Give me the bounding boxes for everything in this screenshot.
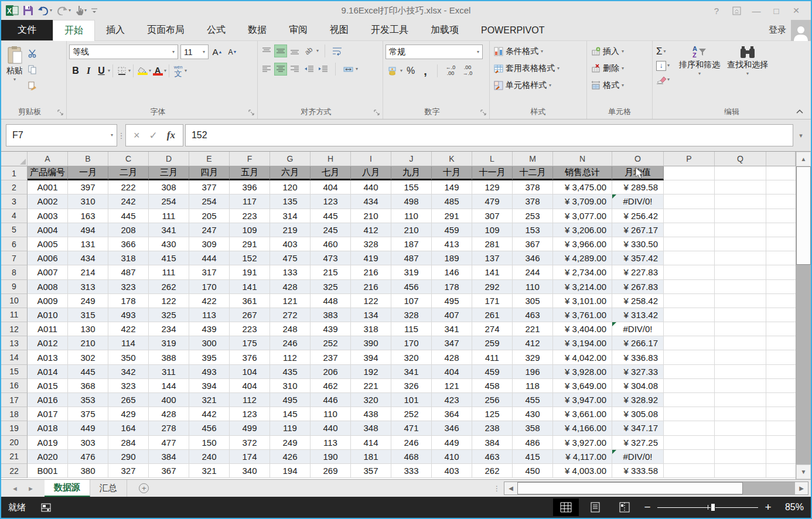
cell-F18[interactable]: 123 bbox=[230, 407, 270, 421]
cell-B6[interactable]: 131 bbox=[68, 237, 108, 251]
cell-D20[interactable]: 477 bbox=[149, 436, 189, 450]
cell-L16[interactable]: 458 bbox=[472, 379, 513, 393]
cell-Q16[interactable] bbox=[715, 379, 766, 393]
cell-P2[interactable] bbox=[664, 180, 715, 194]
cell-G4[interactable]: 314 bbox=[270, 209, 311, 223]
cell-F2[interactable]: 396 bbox=[230, 180, 270, 194]
cell-Q14[interactable] bbox=[715, 350, 766, 364]
cell-L14[interactable]: 411 bbox=[472, 350, 513, 364]
cell-A18[interactable]: A017 bbox=[28, 407, 68, 421]
tab-file[interactable]: 文件 bbox=[1, 20, 53, 40]
cell-P1[interactable] bbox=[664, 166, 715, 180]
zoom-in-button[interactable]: + bbox=[762, 501, 775, 514]
cell-M7[interactable]: 346 bbox=[513, 251, 553, 265]
cell-I5[interactable]: 412 bbox=[351, 223, 391, 237]
cell-N4[interactable]: ¥ 3,077.00 bbox=[553, 209, 612, 223]
cell-L7[interactable]: 137 bbox=[472, 251, 513, 265]
cell-Q11[interactable] bbox=[715, 308, 766, 322]
cell-O7[interactable]: ¥ 357.42 bbox=[612, 251, 664, 265]
cell-H7[interactable]: 473 bbox=[311, 251, 351, 265]
cell-H12[interactable]: 439 bbox=[311, 322, 351, 336]
row-header-17[interactable]: 17 bbox=[1, 393, 28, 407]
cell-K4[interactable]: 291 bbox=[432, 209, 472, 223]
cell-B1[interactable]: 一月 bbox=[68, 166, 108, 180]
cell-P3[interactable] bbox=[664, 194, 715, 209]
column-header-M[interactable]: M bbox=[513, 152, 553, 166]
cell-O15[interactable]: ¥ 327.33 bbox=[612, 365, 664, 379]
cell-H6[interactable]: 460 bbox=[311, 237, 351, 251]
cell-N3[interactable]: ¥ 3,709.00 bbox=[553, 194, 612, 209]
cell-H5[interactable]: 245 bbox=[311, 223, 351, 237]
cell-D13[interactable]: 319 bbox=[149, 336, 189, 350]
cell-B2[interactable]: 397 bbox=[68, 180, 108, 194]
row-header-6[interactable]: 6 bbox=[1, 237, 28, 251]
cell-D22[interactable]: 367 bbox=[149, 464, 189, 478]
paste-button[interactable]: 粘贴 bbox=[4, 45, 26, 93]
cell-G15[interactable]: 435 bbox=[270, 365, 311, 379]
cell-D5[interactable]: 341 bbox=[149, 223, 189, 237]
clipboard-dialog-launcher[interactable] bbox=[57, 110, 64, 116]
cell-H10[interactable]: 448 bbox=[311, 294, 351, 308]
cell-N6[interactable]: ¥ 3,966.00 bbox=[553, 237, 612, 251]
cell-N17[interactable]: ¥ 3,947.00 bbox=[553, 393, 612, 407]
cell-I12[interactable]: 318 bbox=[351, 322, 391, 336]
cell-J8[interactable]: 319 bbox=[391, 265, 432, 279]
excel-app-icon[interactable]: X bbox=[6, 4, 19, 17]
cell-I3[interactable]: 434 bbox=[351, 194, 391, 209]
cell-H18[interactable]: 110 bbox=[311, 407, 351, 421]
cell-C11[interactable]: 493 bbox=[108, 308, 149, 322]
cell-O11[interactable]: ¥ 313.42 bbox=[612, 308, 664, 322]
cell-A6[interactable]: A005 bbox=[28, 237, 68, 251]
cell-K17[interactable]: 423 bbox=[432, 393, 472, 407]
cell-B11[interactable]: 315 bbox=[68, 308, 108, 322]
horizontal-scrollbar[interactable]: ◀ ▶ bbox=[504, 482, 808, 495]
cell-Q5[interactable] bbox=[715, 223, 766, 237]
name-box[interactable]: F7 bbox=[6, 124, 117, 146]
cell-F20[interactable]: 372 bbox=[230, 436, 270, 450]
cell-P6[interactable] bbox=[664, 237, 715, 251]
cell-D1[interactable]: 三月 bbox=[149, 166, 189, 180]
grow-font-button[interactable]: A▲ bbox=[211, 46, 224, 59]
column-header-E[interactable]: E bbox=[189, 152, 230, 166]
cell-D6[interactable]: 430 bbox=[149, 237, 189, 251]
cell-K12[interactable]: 341 bbox=[432, 322, 472, 336]
cell-L8[interactable]: 141 bbox=[472, 265, 513, 279]
clear-button[interactable] bbox=[655, 74, 671, 86]
cell-O4[interactable]: ¥ 256.42 bbox=[612, 209, 664, 223]
cell-P12[interactable] bbox=[664, 322, 715, 336]
redo-caret[interactable] bbox=[69, 8, 71, 13]
accounting-caret[interactable] bbox=[400, 69, 402, 73]
cell-M16[interactable]: 118 bbox=[513, 379, 553, 393]
cell-B20[interactable]: 303 bbox=[68, 436, 108, 450]
cell-A12[interactable]: A011 bbox=[28, 322, 68, 336]
cell-B18[interactable]: 375 bbox=[68, 407, 108, 421]
cell-J2[interactable]: 155 bbox=[391, 180, 432, 194]
cell-P22[interactable] bbox=[664, 464, 715, 478]
cell-D7[interactable]: 415 bbox=[149, 251, 189, 265]
cell-J6[interactable]: 187 bbox=[391, 237, 432, 251]
cell-M17[interactable]: 455 bbox=[513, 393, 553, 407]
cell-J15[interactable]: 341 bbox=[391, 365, 432, 379]
cell-N20[interactable]: ¥ 3,927.00 bbox=[553, 436, 612, 450]
cell-D18[interactable]: 428 bbox=[149, 407, 189, 421]
cell-Q15[interactable] bbox=[715, 365, 766, 379]
cell-C14[interactable]: 350 bbox=[108, 350, 149, 364]
prev-sheet-icon[interactable]: ◄ bbox=[12, 485, 18, 492]
cell-J9[interactable]: 456 bbox=[391, 280, 432, 294]
formula-input[interactable]: 152 bbox=[185, 124, 793, 146]
copy-icon[interactable] bbox=[26, 63, 39, 76]
cell-G6[interactable]: 403 bbox=[270, 237, 311, 251]
merge-center-caret[interactable] bbox=[356, 67, 358, 71]
cell-C21[interactable]: 290 bbox=[108, 450, 149, 464]
sheetbar-divider[interactable] bbox=[490, 480, 504, 497]
cell-Q8[interactable] bbox=[715, 265, 766, 279]
cell-H15[interactable]: 206 bbox=[311, 365, 351, 379]
cell-K6[interactable]: 413 bbox=[432, 237, 472, 251]
cell-P16[interactable] bbox=[664, 379, 715, 393]
row-header-7[interactable]: 7 bbox=[1, 251, 28, 265]
cell-C12[interactable]: 422 bbox=[108, 322, 149, 336]
cell-G20[interactable]: 249 bbox=[270, 436, 311, 450]
cell-K19[interactable]: 346 bbox=[432, 421, 472, 435]
cell-K15[interactable]: 404 bbox=[432, 365, 472, 379]
sign-in-link[interactable]: 登录 bbox=[769, 25, 786, 36]
